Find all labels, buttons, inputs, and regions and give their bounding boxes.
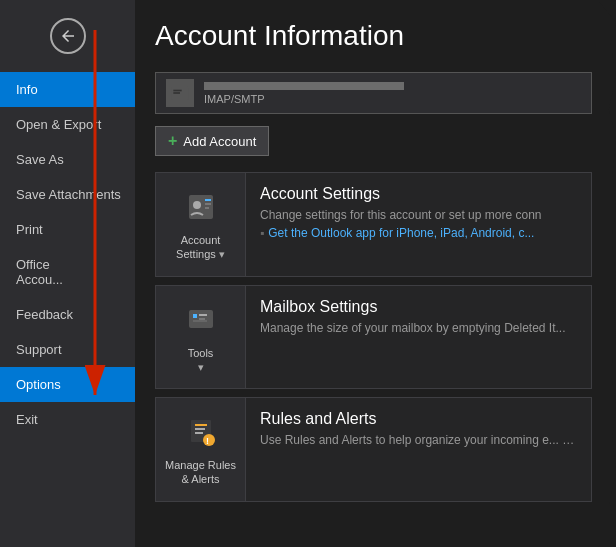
back-button[interactable]: [0, 0, 135, 72]
email-bar-placeholder: [204, 82, 404, 90]
email-account-info: IMAP/SMTP: [204, 82, 581, 105]
svg-rect-17: [195, 428, 205, 430]
sidebar: Info Open & Export Save As Save Attachme…: [0, 0, 135, 547]
mailbox-settings-card[interactable]: Tools▾ Mailbox Settings Manage the size …: [155, 285, 592, 390]
email-icon: [170, 83, 190, 103]
account-settings-title: Account Settings: [260, 185, 577, 203]
main-content: Account Information IMAP/SMTP + Add Acco…: [135, 0, 616, 547]
sidebar-item-open-export[interactable]: Open & Export: [0, 107, 135, 142]
svg-rect-5: [189, 195, 213, 219]
svg-rect-8: [205, 203, 211, 205]
rules-alerts-desc: Use Rules and Alerts to help organize yo…: [260, 432, 577, 449]
mailbox-settings-icon-section: Tools▾: [156, 286, 246, 389]
account-settings-icon-section: AccountSettings ▾: [156, 173, 246, 276]
svg-rect-13: [199, 318, 205, 320]
sidebar-item-office-account[interactable]: OfficeAccou...: [0, 247, 135, 297]
back-circle-icon[interactable]: [50, 18, 86, 54]
rules-alerts-title: Rules and Alerts: [260, 410, 577, 428]
svg-rect-9: [205, 207, 209, 209]
add-account-button[interactable]: + Add Account: [155, 126, 269, 156]
rules-alerts-icon-label: Manage Rules& Alerts: [165, 458, 236, 487]
sidebar-item-info[interactable]: Info: [0, 72, 135, 107]
rules-icon: !: [181, 412, 221, 452]
torn-edge-decoration: [598, 0, 616, 547]
sidebar-item-exit[interactable]: Exit: [0, 402, 135, 437]
svg-point-19: [203, 434, 215, 446]
mailbox-settings-desc: Manage the size of your mailbox by empty…: [260, 320, 577, 337]
account-settings-text: Account Settings Change settings for thi…: [246, 173, 591, 252]
rules-alerts-card[interactable]: ! Manage Rules& Alerts Rules and Alerts …: [155, 397, 592, 502]
email-protocol: IMAP/SMTP: [204, 93, 581, 105]
account-settings-icon-label: AccountSettings ▾: [176, 233, 225, 262]
plus-icon: +: [168, 132, 177, 150]
svg-point-6: [193, 201, 201, 209]
svg-text:!: !: [206, 436, 209, 446]
account-settings-link[interactable]: Get the Outlook app for iPhone, iPad, An…: [260, 226, 577, 240]
svg-rect-12: [199, 314, 207, 316]
email-icon-box: [166, 79, 194, 107]
sidebar-item-save-attachments[interactable]: Save Attachments: [0, 177, 135, 212]
sidebar-item-save-as[interactable]: Save As: [0, 142, 135, 177]
add-account-label: Add Account: [183, 134, 256, 149]
svg-rect-16: [195, 424, 207, 426]
page-title: Account Information: [155, 20, 592, 52]
svg-rect-4: [173, 92, 180, 94]
tools-icon: [181, 300, 221, 340]
svg-rect-18: [195, 432, 203, 434]
sidebar-item-print[interactable]: Print: [0, 212, 135, 247]
svg-rect-7: [205, 199, 211, 201]
svg-rect-14: [193, 320, 207, 322]
tools-icon-label: Tools▾: [188, 346, 214, 375]
svg-rect-3: [173, 90, 181, 92]
svg-rect-11: [193, 314, 197, 318]
sidebar-item-support[interactable]: Support: [0, 332, 135, 367]
rules-alerts-text: Rules and Alerts Use Rules and Alerts to…: [246, 398, 591, 461]
sidebar-item-feedback[interactable]: Feedback: [0, 297, 135, 332]
account-settings-card[interactable]: AccountSettings ▾ Account Settings Chang…: [155, 172, 592, 277]
account-settings-icon: [181, 187, 221, 227]
sidebar-item-options[interactable]: Options: [0, 367, 135, 402]
back-arrow-icon: [59, 27, 77, 45]
rules-alerts-icon-section: ! Manage Rules& Alerts: [156, 398, 246, 501]
mailbox-settings-title: Mailbox Settings: [260, 298, 577, 316]
mailbox-settings-text: Mailbox Settings Manage the size of your…: [246, 286, 591, 349]
account-settings-desc: Change settings for this account or set …: [260, 207, 577, 224]
email-account-bar: IMAP/SMTP: [155, 72, 592, 114]
